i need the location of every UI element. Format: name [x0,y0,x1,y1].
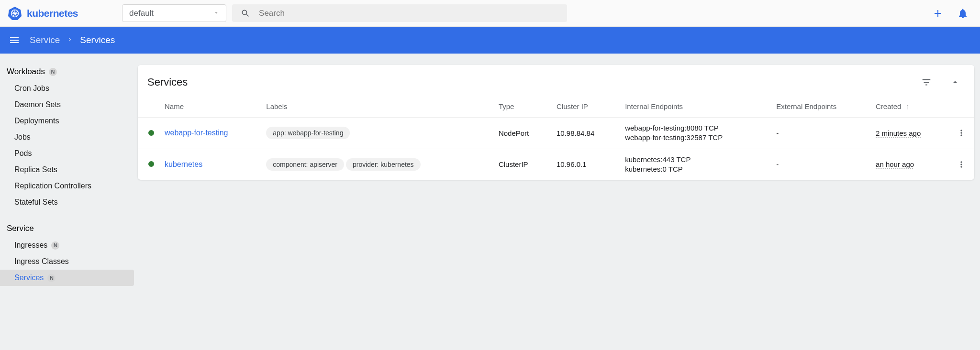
breadcrumb-parent[interactable]: Service [30,35,60,45]
namespace-select[interactable]: default [122,4,226,22]
hamburger-icon [9,34,20,46]
row-menu-button[interactable] [954,157,969,172]
sidebar-item-deployments[interactable]: Deployments [0,113,134,129]
name-cell: kubernetes [165,149,260,180]
sidebar-item-jobs[interactable]: Jobs [0,129,134,145]
name-cell: webapp-for-testing [165,118,260,149]
bell-icon [957,8,969,19]
content: Services Name Labels Type Cluster IP [134,54,980,350]
sidebar-section-service[interactable]: Service [0,220,134,237]
filter-icon [921,77,932,88]
sidebar-item-ingress-classes[interactable]: Ingress Classes [0,253,134,270]
badge: N [51,241,59,250]
col-external-endpoints[interactable]: External Endpoints [770,97,870,118]
sidebar-item-replica-sets[interactable]: Replica Sets [0,162,134,178]
created-cell: 2 minutes ago [870,118,948,149]
badge: N [47,274,56,282]
label-chip: provider: kubernetes [346,158,421,171]
col-name[interactable]: Name [165,97,260,118]
labels-cell: app: webapp-for-testing [260,118,493,149]
row-menu-cell [948,149,974,180]
services-card: Services Name Labels Type Cluster IP [138,65,974,180]
status-cell [138,149,165,180]
sidebar-item-replication-controllers[interactable]: Replication Controllers [0,178,134,194]
notifications-button[interactable] [953,4,972,23]
sort-ascending-icon: ↑ [906,102,910,110]
top-toolbar: kubernetes default [0,0,980,27]
col-created[interactable]: Created ↑ [870,97,948,118]
logo-text: kubernetes [27,8,78,19]
create-button[interactable] [928,4,947,23]
search-icon [241,9,250,18]
chevron-right-icon [67,35,73,45]
table-row: webapp-for-testingapp: webapp-for-testin… [138,118,974,149]
table-row: kubernetescomponent: apiserverprovider: … [138,149,974,180]
services-table: Name Labels Type Cluster IP Internal End… [138,97,974,180]
col-labels[interactable]: Labels [260,97,493,118]
internal-endpoints-cell: kubernetes:443 TCPkubernetes:0 TCP [619,149,770,180]
sidebar-item-services[interactable]: Services N [0,270,134,286]
more-vert-icon [957,160,966,169]
collapse-button[interactable] [946,73,965,92]
row-menu-cell [948,118,974,149]
service-link[interactable]: kubernetes [165,160,202,168]
type-cell: ClusterIP [493,149,551,180]
status-cell [138,118,165,149]
caret-down-icon [213,9,219,18]
breadcrumb: Service Services [30,35,115,45]
external-endpoints-cell: - [770,149,870,180]
status-running-icon [148,130,154,136]
sidebar-section-workloads[interactable]: Workloads N [0,63,134,80]
breadcrumb-current: Services [80,35,115,45]
internal-endpoints-cell: webapp-for-testing:8080 TCPwebapp-for-te… [619,118,770,149]
menu-button[interactable] [6,32,23,49]
type-cell: NodePort [493,118,551,149]
col-type[interactable]: Type [493,97,551,118]
badge: N [49,68,57,76]
search-input[interactable] [259,9,558,18]
card-title: Services [147,76,188,88]
kubernetes-logo-icon [8,6,22,21]
label-chip: app: webapp-for-testing [266,127,350,139]
label-chip: component: apiserver [266,158,344,171]
sidebar-section-label: Workloads [7,67,45,77]
plus-icon [932,8,944,19]
cluster-ip-cell: 10.98.84.84 [551,118,619,149]
more-vert-icon [957,128,966,138]
service-link[interactable]: webapp-for-testing [165,129,228,137]
external-endpoints-cell: - [770,118,870,149]
sidebar-item-pods[interactable]: Pods [0,145,134,162]
col-internal-endpoints[interactable]: Internal Endpoints [619,97,770,118]
namespace-selected: default [129,9,154,18]
cluster-ip-cell: 10.96.0.1 [551,149,619,180]
col-cluster-ip[interactable]: Cluster IP [551,97,619,118]
svg-point-9 [14,12,16,14]
search-box[interactable] [232,4,567,22]
status-running-icon [148,161,154,167]
labels-cell: component: apiserverprovider: kubernetes [260,149,493,180]
row-menu-button[interactable] [954,126,969,140]
card-header: Services [138,65,974,97]
subheader: Service Services [0,27,980,54]
caret-up-icon [950,77,960,88]
logo[interactable]: kubernetes [8,6,78,21]
sidebar-item-stateful-sets[interactable]: Stateful Sets [0,194,134,210]
sidebar: Workloads N Cron Jobs Daemon Sets Deploy… [0,54,134,350]
created-cell: an hour ago [870,149,948,180]
sidebar-item-cron-jobs[interactable]: Cron Jobs [0,80,134,97]
sidebar-item-ingresses[interactable]: Ingresses N [0,237,134,253]
sidebar-item-daemon-sets[interactable]: Daemon Sets [0,97,134,113]
filter-button[interactable] [917,73,936,92]
sidebar-section-label: Service [7,224,34,233]
